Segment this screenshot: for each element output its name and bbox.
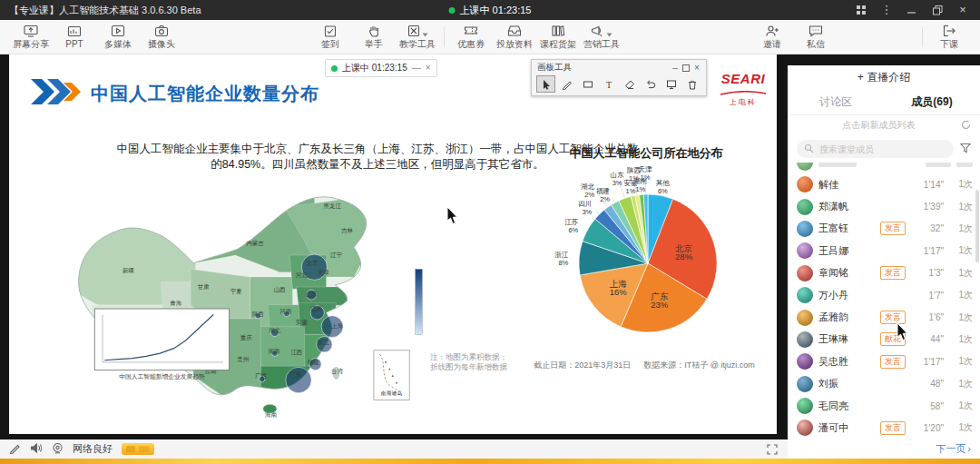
invite-button[interactable]: 邀请: [750, 24, 794, 51]
close-icon[interactable]: ×: [956, 4, 969, 16]
apps-grid-icon[interactable]: [855, 4, 867, 16]
pie-footer-source: 数据来源：IT桔子 @ itjuzi.com: [643, 360, 755, 371]
invite-icon: [765, 24, 779, 37]
select-tool-icon[interactable]: [536, 75, 555, 93]
webcam-icon[interactable]: [52, 441, 64, 458]
member-row[interactable]: 郑潇帆发1'39"1次: [788, 195, 980, 217]
member-row[interactable]: 潘可中发言1'20"1次: [788, 417, 980, 439]
member-row[interactable]: 吴忠胜发言1'17"1次: [788, 350, 980, 372]
member-row[interactable]: 章闻铭发言1'3"1次: [788, 262, 980, 284]
province-label: 上海: [331, 322, 344, 330]
pen-tool-icon[interactable]: [557, 75, 576, 93]
province-label: 辽宁: [330, 252, 343, 258]
speaker-icon[interactable]: [30, 441, 43, 458]
province-label: 天津: [318, 269, 330, 276]
live-dot: [449, 7, 456, 14]
province-label: 青海: [170, 300, 182, 307]
multimedia-button[interactable]: 多媒体: [96, 24, 140, 51]
member-row[interactable]: 王琳琳献花44"1次: [788, 329, 980, 350]
screen-share-button[interactable]: 屏幕分享: [9, 24, 53, 51]
avatar: [797, 376, 813, 392]
province-label: 陕西: [252, 311, 265, 318]
pie-footer-date: 截止日期：2021年3月31日: [534, 360, 631, 371]
member-duration: 1'6": [913, 312, 944, 322]
multimedia-icon: [111, 24, 125, 37]
timer-close-icon[interactable]: ×: [426, 64, 431, 73]
province-label: 黑龙江: [323, 202, 341, 210]
member-row[interactable]: 毛同亮发58"1次: [788, 395, 980, 417]
pie-chart-footer: 截止日期：2021年3月31日 数据来源：IT桔子 @ itjuzi.com: [499, 360, 789, 371]
province-label: 安徽: [296, 319, 309, 326]
member-row[interactable]: 刘振发48"1次: [788, 373, 980, 395]
next-page-link[interactable]: 下一页: [936, 442, 965, 456]
refresh-icon[interactable]: [961, 117, 971, 133]
province-label: 山东: [306, 291, 318, 297]
province-label: 海南: [265, 411, 278, 418]
end-class-button[interactable]: 下课: [927, 24, 971, 51]
member-duration: 44": [913, 334, 944, 344]
province-label: 新疆: [122, 267, 135, 274]
search-box[interactable]: [797, 140, 954, 158]
pie-label-湖北: 湖北2%: [581, 183, 595, 199]
member-row[interactable]: 孟雅韵发言1'6"1次: [788, 306, 980, 328]
member-row[interactable]: 解佳发1'14"1次: [788, 173, 980, 195]
camera-button[interactable]: 摄像头: [140, 24, 183, 51]
eraser-tool-icon[interactable]: [621, 75, 640, 93]
timer-minimize-icon[interactable]: —: [412, 64, 421, 73]
live-intro-button[interactable]: + 直播介绍: [788, 65, 980, 89]
pie-label-tick: [612, 198, 614, 202]
member-row[interactable]: 王吕娜发1'17"1次: [788, 240, 980, 262]
restore-icon[interactable]: [931, 4, 944, 16]
member-name: 孟雅韵: [818, 311, 875, 324]
text-tool-icon[interactable]: T: [599, 75, 618, 93]
sidebar-tabs: 讨论区 成员(69): [788, 89, 980, 115]
member-badge: 发言: [880, 222, 906, 235]
marketing-tools-button[interactable]: 营销工具: [580, 24, 623, 51]
board-tool-icon[interactable]: [662, 75, 681, 93]
resize-icon[interactable]: [766, 443, 779, 456]
tab-discussion[interactable]: 讨论区: [788, 89, 884, 114]
avatar: [797, 398, 813, 414]
ppt-button[interactable]: PPT: [53, 25, 96, 49]
panel-pin-icon[interactable]: [681, 63, 691, 74]
next-page-chevron-icon[interactable]: ›: [967, 443, 971, 454]
board-tools-panel[interactable]: 画板工具 – × T: [531, 59, 707, 96]
filter-icon[interactable]: [960, 141, 971, 157]
class-timer-widget[interactable]: 上课中 01:23:15 — ×: [325, 59, 437, 77]
toolbar: 屏幕分享 PPT 多媒体 摄像头 签到 举手 教学工具 优惠券 投放资料 课程货…: [0, 20, 980, 54]
panel-close-icon[interactable]: ×: [691, 63, 702, 74]
private-message-button[interactable]: 私信: [794, 24, 838, 51]
province-label: 江苏: [310, 305, 323, 312]
raise-hand-button[interactable]: 举手: [352, 24, 396, 51]
member-duration: 48": [913, 379, 944, 389]
member-badge: 发言: [880, 421, 906, 435]
course-shelf-button[interactable]: 课程货架: [536, 24, 580, 51]
province-label: 河北: [296, 271, 309, 279]
trend-chart-caption: 中国人工智能新增企业发展趋势: [119, 373, 205, 380]
member-row[interactable]: 王富钰发言32"1次: [788, 218, 980, 240]
sign-in-button[interactable]: 签到: [309, 24, 352, 51]
member-badge: 发言: [880, 266, 906, 280]
undo-tool-icon[interactable]: [642, 75, 661, 93]
search-input[interactable]: [818, 143, 946, 155]
scrollbar-thumb[interactable]: [975, 190, 979, 262]
more-icon[interactable]: ⋮: [880, 4, 893, 16]
rectangle-tool-icon[interactable]: [578, 75, 597, 93]
trash-tool-icon[interactable]: [683, 75, 702, 93]
pagination: 下一页 ›: [788, 439, 980, 459]
member-row[interactable]: 万小丹发1'7"1次: [788, 284, 980, 306]
tab-members[interactable]: 成员(69): [884, 89, 980, 114]
member-list[interactable]: 解佳发1'14"1次郑潇帆发1'39"1次王富钰发言32"1次王吕娜发1'17"…: [788, 163, 980, 439]
materials-button[interactable]: 投放资料: [493, 24, 536, 51]
panel-minimize-icon[interactable]: –: [670, 63, 681, 74]
teaching-tools-button[interactable]: 教学工具: [396, 24, 439, 51]
materials-icon: [507, 24, 522, 37]
refresh-members-row[interactable]: 点击刷新成员列表: [788, 115, 980, 135]
member-count: 1次: [949, 333, 973, 346]
slide-canvas[interactable]: 上课中 01:23:15 — × 画板工具 – × T SEARI 上电科: [9, 54, 777, 434]
minimize-icon[interactable]: [906, 4, 918, 16]
coupon-button[interactable]: 优惠券: [449, 24, 493, 51]
pen-icon[interactable]: [9, 441, 21, 458]
svg-text:T: T: [606, 80, 612, 90]
member-duration: 1'14": [913, 180, 944, 190]
